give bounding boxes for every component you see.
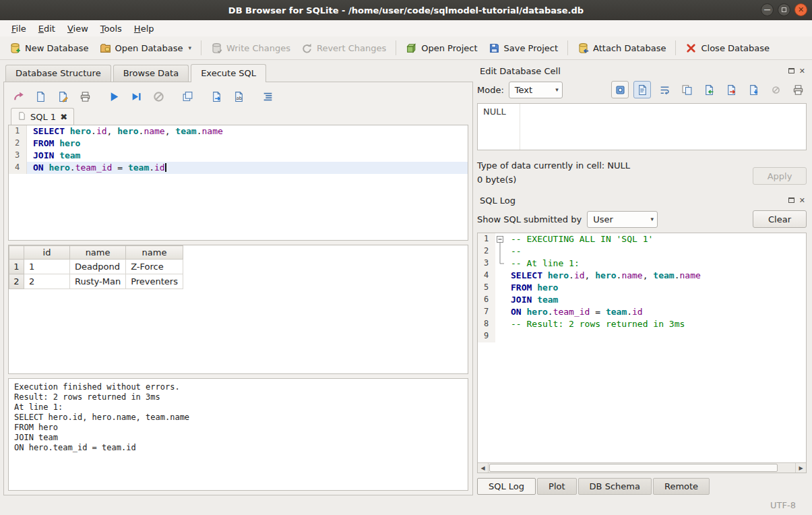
save-sql-file-icon[interactable]: [32, 88, 49, 105]
table-cell[interactable]: Deadpond: [70, 260, 126, 274]
row-number[interactable]: 2: [9, 274, 24, 289]
print-icon[interactable]: [789, 81, 807, 98]
print-icon[interactable]: [76, 88, 94, 105]
corner-header[interactable]: [9, 246, 24, 260]
open-tab-icon[interactable]: [179, 88, 196, 105]
open-project-icon: [406, 42, 417, 54]
table-row: 11DeadpondZ-Force: [9, 260, 183, 274]
sql-log-dock-header: SQL Log ✕: [477, 193, 807, 208]
column-header-name[interactable]: name: [126, 246, 183, 260]
menu-edit[interactable]: Edit: [32, 22, 61, 36]
save-data-icon[interactable]: [745, 81, 762, 98]
scroll-left-icon[interactable]: ◀: [478, 463, 489, 473]
log-filter-label: Show SQL submitted by: [477, 214, 582, 224]
table-cell[interactable]: Rusty-Man: [70, 274, 126, 289]
close-dock-icon[interactable]: ✕: [799, 197, 805, 204]
line-number: 3: [478, 258, 495, 270]
table-cell[interactable]: 1: [24, 260, 70, 274]
close-tab-icon[interactable]: ✖: [60, 112, 67, 122]
editor-code[interactable]: SELECT hero.id, hero.name, team.name: [27, 125, 468, 138]
scrollbar-track[interactable]: [489, 463, 795, 473]
fold-marker-icon: [495, 233, 505, 245]
menu-view[interactable]: View: [61, 22, 94, 36]
editor-code[interactable]: JOIN team: [27, 150, 468, 162]
cell-size-info: 0 byte(s): [477, 175, 630, 185]
save-project-button[interactable]: Save Project: [483, 40, 564, 57]
log-line: 7ON hero.team_id = team.id: [478, 306, 806, 318]
dock-tab-sql-log[interactable]: SQL Log: [477, 478, 536, 495]
menu-help[interactable]: Help: [128, 22, 160, 36]
find-replace-icon[interactable]: ab: [230, 88, 247, 105]
log-line: 8-- Result: 2 rows returned in 3ms: [478, 318, 806, 330]
editor-code[interactable]: FROM hero: [27, 138, 468, 150]
execute-all-icon[interactable]: [105, 88, 123, 105]
titlebar[interactable]: DB Browser for SQLite - /home/user/code/…: [0, 0, 812, 20]
clear-button[interactable]: Clear: [753, 210, 807, 228]
attach-database-button[interactable]: Attach Database: [572, 40, 671, 57]
import-data-icon[interactable]: [700, 81, 718, 98]
editor-code[interactable]: ON hero.team_id = team.id: [27, 162, 468, 174]
sql-file-icon: [18, 111, 26, 123]
column-header-name[interactable]: name: [70, 246, 126, 260]
log-horizontal-scrollbar[interactable]: ◀ ▶: [478, 462, 806, 473]
close-dock-icon[interactable]: ✕: [799, 67, 805, 75]
table-cell[interactable]: 2: [24, 274, 70, 289]
maximize-icon: [782, 7, 786, 12]
apply-button[interactable]: Apply: [753, 167, 807, 185]
export-data-icon[interactable]: [722, 81, 740, 98]
open-sql-file-icon[interactable]: [9, 88, 27, 105]
cell-editor[interactable]: NULL: [477, 103, 807, 150]
format-sql-icon[interactable]: [259, 88, 276, 105]
menu-file[interactable]: File: [5, 22, 32, 36]
minimize-button[interactable]: —: [761, 3, 774, 16]
export-results-icon[interactable]: [208, 88, 225, 105]
maximize-button[interactable]: [778, 3, 790, 16]
log-line: 4SELECT hero.id, hero.name, team.name: [478, 270, 806, 282]
tab-browse-data[interactable]: Browse Data: [113, 65, 189, 82]
text-mode-icon[interactable]: [633, 81, 651, 98]
toolbar-button-label: Attach Database: [593, 43, 666, 53]
app-window: DB Browser for SQLite - /home/user/code/…: [0, 0, 812, 515]
scrollbar-thumb[interactable]: [489, 464, 778, 472]
edit-cell-dock-header: Edit Database Cell ✕: [477, 63, 807, 78]
line-number: 2: [478, 245, 495, 258]
open-project-button[interactable]: Open Project: [400, 40, 482, 57]
table-cell[interactable]: Preventers: [126, 274, 183, 289]
close-database-button[interactable]: Close Database: [680, 40, 775, 57]
menu-tools[interactable]: Tools: [94, 22, 128, 36]
log-code: -- Result: 2 rows returned in 3ms: [505, 318, 806, 330]
word-wrap-icon[interactable]: [656, 81, 673, 98]
line-number: 4: [478, 270, 495, 282]
copy-icon[interactable]: [678, 81, 695, 98]
scroll-right-icon[interactable]: ▶: [795, 463, 806, 473]
row-number[interactable]: 1: [9, 260, 24, 274]
sql-editor[interactable]: 1SELECT hero.id, hero.name, team.name2FR…: [8, 125, 468, 241]
auto-switch-mode-icon[interactable]: [611, 81, 629, 98]
sql-tab-sql-1[interactable]: SQL 1✖: [11, 108, 74, 125]
tab-database-structure[interactable]: Database Structure: [5, 65, 111, 82]
close-button[interactable]: ✕: [794, 3, 807, 16]
mode-select[interactable]: Text ▾: [509, 82, 563, 98]
fold-marker-icon: [495, 306, 505, 318]
dock-tab-db-schema[interactable]: DB Schema: [578, 478, 652, 495]
new-database-button[interactable]: New Database: [4, 40, 94, 57]
float-dock-icon[interactable]: [788, 68, 794, 73]
dock-tab-remote[interactable]: Remote: [653, 478, 710, 495]
toolbar-separator: [567, 40, 568, 55]
main-toolbar: New DatabaseOpen Database▾Write ChangesR…: [0, 36, 812, 60]
main-area: Database StructureBrowse DataExecute SQL…: [0, 60, 812, 495]
log-filter-select[interactable]: User ▾: [587, 211, 658, 228]
float-dock-icon[interactable]: [788, 198, 794, 203]
dock-tab-plot[interactable]: Plot: [537, 478, 577, 495]
execute-current-line-icon[interactable]: [127, 88, 145, 105]
toolbar-button-label: Open Database: [115, 43, 183, 53]
sql-log-view[interactable]: 1-- EXECUTING ALL IN 'SQL 1'2--3-- At li…: [477, 233, 807, 473]
open-database-button[interactable]: Open Database▾: [94, 40, 197, 57]
column-header-id[interactable]: id: [24, 246, 70, 260]
tab-execute-sql[interactable]: Execute SQL: [191, 64, 266, 82]
save-sql-file-as-icon[interactable]: [54, 88, 71, 105]
table-cell[interactable]: Z-Force: [126, 260, 183, 274]
log-line: 2--: [478, 245, 806, 258]
chevron-down-icon[interactable]: ▾: [188, 44, 191, 51]
line-number: 8: [478, 318, 495, 330]
